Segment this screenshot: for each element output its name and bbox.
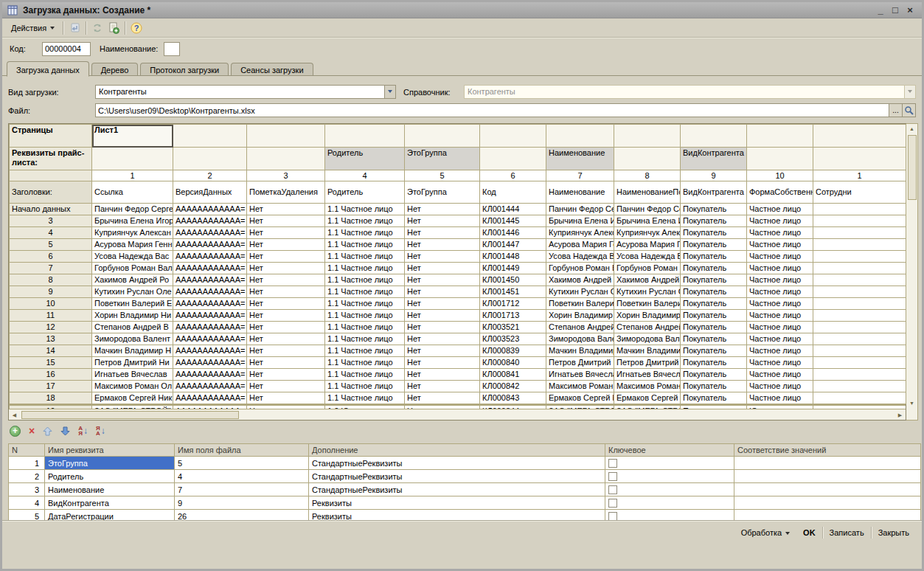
attr-assignment-cell[interactable]: Наименование: [546, 148, 614, 170]
sheet-cell[interactable]: Игнатьев Вячеслав: [614, 369, 681, 381]
sheet-cell[interactable]: Покупатель: [681, 251, 747, 263]
sheet-cell[interactable]: Нет: [247, 310, 325, 322]
tab-3[interactable]: Протокол загрузки: [140, 63, 229, 76]
sheet-row-header[interactable]: 4: [10, 227, 92, 239]
sheet-cell[interactable]: АААААААААААА=: [173, 392, 247, 404]
mapping-cell-attr[interactable]: ВидКонтрагента: [45, 496, 175, 510]
search-icon[interactable]: [903, 103, 916, 117]
horizontal-scrollbar[interactable]: ◀ ▶: [9, 409, 906, 420]
sheet-header-cell[interactable]: Сотрудни: [813, 181, 906, 204]
sheet-cell[interactable]: Мачкин Владимир Н: [92, 345, 173, 357]
attr-assignment-cell[interactable]: ВидКонтрагента: [681, 148, 747, 170]
attr-assignment-cell[interactable]: [92, 148, 173, 170]
scroll-left-icon[interactable]: ◀: [9, 410, 20, 420]
save-button[interactable]: Записать: [823, 526, 871, 539]
sheet-col-number[interactable]: 8: [614, 170, 681, 181]
sheet-col-number[interactable]: 9: [681, 170, 747, 181]
minimize-button[interactable]: _: [873, 4, 888, 15]
sheet-header-cell[interactable]: ВидКонтрагента: [681, 181, 747, 204]
sheet-col-number[interactable]: 5: [405, 170, 480, 181]
sheet-row-header[interactable]: 8: [10, 274, 92, 286]
sheet-cell[interactable]: Кутихин Руслан Оле: [92, 286, 173, 298]
sheet-cell[interactable]: Ермаков Сергей Ник: [546, 392, 614, 404]
sheet-cell[interactable]: Зимородова Валент: [614, 333, 681, 345]
sheet-cell[interactable]: АААААААААААА=: [173, 298, 247, 310]
sheet-cell[interactable]: Частное лицо: [747, 392, 813, 404]
sheet-cell[interactable]: Хорин Владимир Ни: [546, 310, 614, 322]
sheet-cell[interactable]: Игнатьев Вячеслав: [546, 369, 614, 381]
sheet-cell[interactable]: [247, 125, 325, 148]
sheet-cell[interactable]: [813, 286, 906, 298]
sheet-cell[interactable]: Частное лицо: [747, 204, 813, 215]
sheet-cell[interactable]: Частное лицо: [747, 322, 813, 333]
sheet-cell[interactable]: Зимородова Валент: [92, 333, 173, 345]
sheet-cell[interactable]: Покупатель: [681, 310, 747, 322]
sheet-cell[interactable]: Панчин Федор Серге: [92, 204, 173, 215]
mapping-cell-attr[interactable]: Наименование: [45, 483, 175, 496]
move-up-icon[interactable]: [43, 424, 52, 437]
tab-4[interactable]: Сеансы загрузки: [231, 63, 313, 76]
sheet-col-number[interactable]: 1: [92, 170, 173, 181]
sheet-cell[interactable]: Хорин Владимир Ни: [92, 310, 173, 322]
sheet-cell[interactable]: КЛ003521: [480, 322, 546, 333]
sheet-cell[interactable]: Покупатель: [681, 274, 747, 286]
sheet-cell[interactable]: Максимов Роман Ол: [546, 381, 614, 392]
sheet-header-cell[interactable]: ФормаСобственности: [747, 181, 813, 204]
sheet-cell[interactable]: [813, 227, 906, 239]
sheet-cell[interactable]: Частное лицо: [747, 227, 813, 239]
sheet-cell[interactable]: Нет: [405, 298, 480, 310]
sheet-cell[interactable]: Брычина Елена Игор: [92, 215, 173, 227]
sheet-cell[interactable]: Частное лицо: [747, 274, 813, 286]
sheet-cell[interactable]: КЛ000839: [480, 345, 546, 357]
sheet-cell[interactable]: 1.1 Частное лицо: [325, 345, 405, 357]
mapping-cell-field[interactable]: 5: [175, 457, 309, 470]
mapping-cell-extra[interactable]: СтандартныеРеквизиты: [309, 457, 605, 470]
maximize-button[interactable]: □: [888, 4, 903, 15]
attr-assignment-cell[interactable]: [747, 148, 813, 170]
move-down-icon[interactable]: [60, 424, 70, 437]
sheet-cell[interactable]: Нет: [247, 204, 325, 215]
sheet-cell[interactable]: Петров Дмитрий Ни: [546, 357, 614, 369]
sheet-cell[interactable]: Нет: [247, 239, 325, 251]
sheet-cell[interactable]: Нет: [405, 204, 480, 215]
mapping-cell-attr[interactable]: Родитель: [45, 470, 175, 483]
sheet-header-cell[interactable]: НаименованиеПолное: [614, 181, 681, 204]
sheet-cell[interactable]: Частное лицо: [747, 298, 813, 310]
mapping-cell-n[interactable]: 4: [9, 496, 45, 510]
vertical-scrollbar[interactable]: ▲ ▼: [906, 123, 918, 421]
sheet-cell[interactable]: [813, 357, 906, 369]
sheet-cell[interactable]: Покупатель: [681, 357, 747, 369]
sheet-cell[interactable]: КЛ003523: [480, 333, 546, 345]
sheet-cell[interactable]: Максимов Роман Ол: [92, 381, 173, 392]
sheet-cell[interactable]: 1.1 Частное лицо: [325, 357, 405, 369]
sheet-cell[interactable]: Покупатель: [681, 298, 747, 310]
sheet-header-cell[interactable]: Наименование: [546, 181, 614, 204]
sheet-cell[interactable]: Степанов Андрей В: [546, 322, 614, 333]
sheet-cell[interactable]: Максимов Роман Ол: [614, 381, 681, 392]
sheet-cell[interactable]: АААААААААААА=: [173, 204, 247, 215]
sheet-cell[interactable]: Куприянчук Алексан: [546, 227, 614, 239]
sheet-cell[interactable]: Панчин Федор Серге: [546, 204, 614, 215]
delete-icon[interactable]: ×: [29, 424, 35, 437]
sheet-cell[interactable]: Нет: [405, 227, 480, 239]
sheet-cell[interactable]: Петров Дмитрий Ни: [92, 357, 173, 369]
sheet-cell[interactable]: Хорин Владимир Ни: [614, 310, 681, 322]
sheet-cell[interactable]: Брычина Елена Игор: [546, 215, 614, 227]
sheet-cell[interactable]: 1.1 Частное лицо: [325, 392, 405, 404]
sheet-cell[interactable]: Покупатель: [681, 392, 747, 404]
mapping-cell-field[interactable]: 9: [175, 496, 309, 510]
sheet-cell[interactable]: [813, 274, 906, 286]
sheet-cell[interactable]: [813, 204, 906, 215]
attr-assignment-cell[interactable]: [173, 148, 247, 170]
sheet-cell[interactable]: Нет: [247, 333, 325, 345]
sheet-cell[interactable]: 1.1 Частное лицо: [325, 274, 405, 286]
mapping-cell-key[interactable]: [605, 457, 734, 470]
sheet-cell[interactable]: [813, 251, 906, 263]
sheet-cell[interactable]: Покупатель: [681, 239, 747, 251]
sheet-col-number[interactable]: 6: [480, 170, 546, 181]
code-input[interactable]: [42, 42, 91, 56]
sheet-cell[interactable]: Нет: [247, 322, 325, 333]
sheet-cell[interactable]: Усова Надежда Вас: [614, 251, 681, 263]
sheet-cell[interactable]: [813, 381, 906, 392]
sheet-cell[interactable]: Покупатель: [681, 204, 747, 215]
